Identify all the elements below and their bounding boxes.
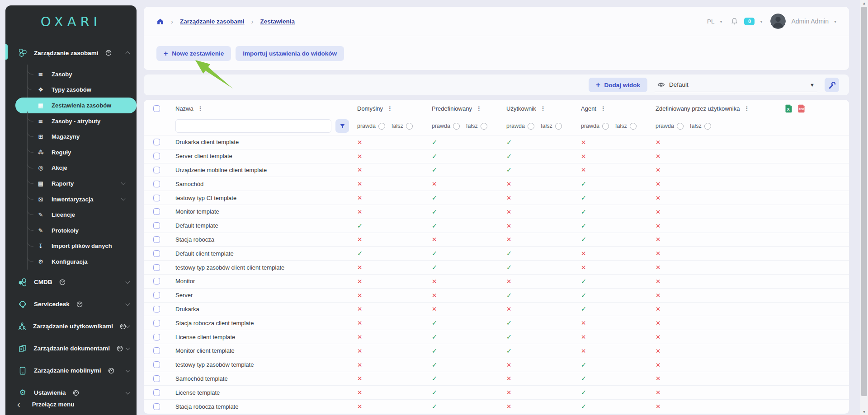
table-row-license-template[interactable]: License template ✕✓✕✓✕ xyxy=(144,385,849,399)
sidebar-item-typy-zasobow[interactable]: ❖ Typy zasobów xyxy=(28,82,131,98)
export-pdf-button[interactable]: PDF xyxy=(797,104,806,113)
row-checkbox[interactable] xyxy=(153,334,160,340)
column-menu-dots[interactable]: ⋮ xyxy=(540,105,546,112)
column-menu-dots[interactable]: ⋮ xyxy=(744,105,750,112)
sidebar-item-inwentaryzacja[interactable]: ⊠ Inwentaryzacja xyxy=(28,191,131,207)
row-checkbox[interactable] xyxy=(153,222,160,229)
table-row-default-client-template[interactable]: Default client template ✓✓✓✕✕ xyxy=(144,246,849,260)
row-checkbox[interactable] xyxy=(153,389,160,396)
row-checkbox[interactable] xyxy=(153,361,160,368)
breadcrumb-link-zarzadzanie-zasobami[interactable]: Zarządzanie zasobami xyxy=(180,18,245,25)
cross-icon: ✕ xyxy=(499,222,574,229)
import-settings-button[interactable]: Importuj ustawienia do widoków xyxy=(236,46,344,61)
collapse-menu-button[interactable]: ‹ Przełącz menu xyxy=(5,396,137,412)
radio-true[interactable] xyxy=(453,123,460,130)
sidebar-item-zestawienia-zasobow[interactable]: ▦ Zestawienia zasobów xyxy=(15,98,137,113)
sidebar-item-zasoby[interactable]: ≡ Zasoby xyxy=(28,66,131,82)
table-row-monitor-client-template[interactable]: Monitor client template ✕✓✓✕✕ xyxy=(144,344,849,358)
row-checkbox[interactable] xyxy=(153,306,160,312)
sidebar-section-servicedesk[interactable]: Servicedesk xyxy=(5,296,137,313)
sidebar-section-zarzadzanie-zasobami[interactable]: Zarządzanie zasobami xyxy=(5,44,137,61)
select-all-checkbox[interactable] xyxy=(153,105,160,112)
bell-icon[interactable] xyxy=(730,17,739,26)
sidebar-item-protokoly[interactable]: ✎ Protokoły xyxy=(28,223,131,238)
export-xlsx-button[interactable]: X xyxy=(784,104,793,113)
home-icon[interactable] xyxy=(156,18,164,25)
user-name[interactable]: Admin Admin xyxy=(791,18,828,25)
column-menu-dots[interactable]: ⋮ xyxy=(600,105,606,112)
table-row-testowy-typ-zasobow-client-client-template[interactable]: testowy typ zasobów client client templa… xyxy=(144,260,849,274)
row-checkbox[interactable] xyxy=(153,320,160,326)
scroll-up-arrow[interactable]: ▲ xyxy=(860,0,868,6)
sidebar-section-zarzadzanie-mobilnymi[interactable]: Zarządzanie mobilnymi xyxy=(5,362,137,379)
radio-false[interactable] xyxy=(704,123,711,130)
cross-icon: ✕ xyxy=(574,319,648,326)
filter-button[interactable] xyxy=(335,119,349,133)
radio-true[interactable] xyxy=(677,123,684,130)
sidebar-section-zarzadzanie-dokumentami[interactable]: Zarządzanie dokumentami xyxy=(5,340,137,357)
table-row-monitor-template[interactable]: Monitor template ✕✓✕✓✕ xyxy=(144,205,849,219)
sidebar-item-zasoby-atrybuty[interactable]: ≡ Zasoby - atrybuty xyxy=(28,113,131,129)
radio-true[interactable] xyxy=(378,123,385,130)
sidebar-item-import-plikow-danych[interactable]: ↧ Import plików danych xyxy=(28,238,131,254)
view-settings-wrench-button[interactable] xyxy=(825,78,839,92)
sidebar-item-akcje[interactable]: ◎ Akcje xyxy=(28,160,131,176)
radio-false[interactable] xyxy=(406,123,413,130)
table-row-samochod[interactable]: Samochód ✕✕✕✓✕ xyxy=(144,177,849,191)
radio-true[interactable] xyxy=(602,123,609,130)
table-row-drukarka[interactable]: Drukarka ✕✕✕✓✕ xyxy=(144,302,849,316)
row-checkbox[interactable] xyxy=(153,236,160,243)
sidebar-item-reguly[interactable]: ⁂ Reguły xyxy=(28,145,131,160)
table-row-testowy-typ-ci-template[interactable]: testowy typ CI template ✕✓✕✓✕ xyxy=(144,191,849,205)
breadcrumb-link-zestawienia[interactable]: Zestawienia xyxy=(260,18,295,25)
row-checkbox[interactable] xyxy=(153,181,160,187)
row-checkbox[interactable] xyxy=(153,250,160,257)
table-row-server[interactable]: Server ✕✕✓✓✕ xyxy=(144,288,849,302)
sidebar-section-cmdb[interactable]: CMDB xyxy=(5,274,137,291)
table-row-stacja-robocza-client-template[interactable]: Stacja robocza client template ✕✓✓✕✕ xyxy=(144,316,849,330)
table-row-urzadzenie-mobilne-client-template[interactable]: Urządzenie mobilne client template ✕✓✓✕✕ xyxy=(144,163,849,177)
row-checkbox[interactable] xyxy=(153,139,160,145)
row-checkbox[interactable] xyxy=(153,167,160,173)
radio-false[interactable] xyxy=(630,123,637,130)
table-row-default-template[interactable]: Default template ✓✓✕✓✕ xyxy=(144,219,849,233)
row-checkbox[interactable] xyxy=(153,264,160,271)
row-checkbox[interactable] xyxy=(153,195,160,201)
column-menu-dots[interactable]: ⋮ xyxy=(476,105,482,112)
table-row-server-client-template[interactable]: Server client template ✕✓✓✕✕ xyxy=(144,149,849,163)
scroll-down-arrow[interactable]: ▼ xyxy=(860,409,868,415)
sidebar-item-raporty[interactable]: ▤ Raporty xyxy=(28,176,131,191)
radio-true[interactable] xyxy=(528,123,534,130)
table-row-stacja-robocza-template[interactable]: Stacja robocza template ✕✓✕✓✕ xyxy=(144,399,849,413)
table-row-drukarka-client-template[interactable]: Drukarka client template ✕✓✓✕✕ xyxy=(144,135,849,149)
row-checkbox[interactable] xyxy=(153,153,160,159)
radio-false[interactable] xyxy=(481,123,487,130)
sidebar-item-licencje[interactable]: ✎ Licencje xyxy=(28,207,131,223)
add-view-button[interactable]: + Dodaj widok xyxy=(589,78,647,92)
column-menu-dots[interactable]: ⋮ xyxy=(198,105,203,112)
table-row-samochod-template[interactable]: Samochód template ✕✓✕✓✕ xyxy=(144,372,849,386)
view-select-dropdown[interactable]: Default ▼ xyxy=(655,78,817,92)
table-row-monitor[interactable]: Monitor ✕✕✕✓✕ xyxy=(144,274,849,288)
row-checkbox[interactable] xyxy=(153,278,160,284)
row-checkbox[interactable] xyxy=(153,347,160,354)
row-checkbox[interactable] xyxy=(153,208,160,215)
table-row-testowy-typ-zasobow-template[interactable]: testowy typ zasobów template ✕✓✕✓✕ xyxy=(144,358,849,372)
sidebar-item-konfiguracja[interactable]: ⚙ Konfiguracja xyxy=(28,254,131,270)
sidebar-item-magazyny[interactable]: ⊞ Magazyny xyxy=(28,129,131,145)
column-menu-dots[interactable]: ⋮ xyxy=(387,105,393,112)
vertical-scrollbar[interactable]: ▲ ▼ xyxy=(860,0,868,415)
language-selector[interactable]: PL xyxy=(707,18,715,25)
scrollbar-thumb[interactable] xyxy=(861,7,867,396)
new-zestawienie-button[interactable]: + Nowe zestawienie xyxy=(156,46,231,61)
radio-false[interactable] xyxy=(555,123,562,130)
row-checkbox[interactable] xyxy=(153,375,160,382)
table-row-license-client-template[interactable]: License client template ✕✓✓✕✕ xyxy=(144,330,849,344)
table-row-stacja-robocza[interactable]: Stacja robocza ✕✕✕✓✕ xyxy=(144,233,849,247)
row-checkbox[interactable] xyxy=(153,403,160,410)
row-checkbox[interactable] xyxy=(153,292,160,298)
avatar[interactable] xyxy=(770,14,786,29)
sidebar-section-zarzadzanie-uzytkownikami[interactable]: Zarządzanie użytkownikami xyxy=(5,318,137,335)
notification-badge[interactable]: 0 xyxy=(744,18,755,25)
name-filter-input[interactable] xyxy=(175,119,331,133)
